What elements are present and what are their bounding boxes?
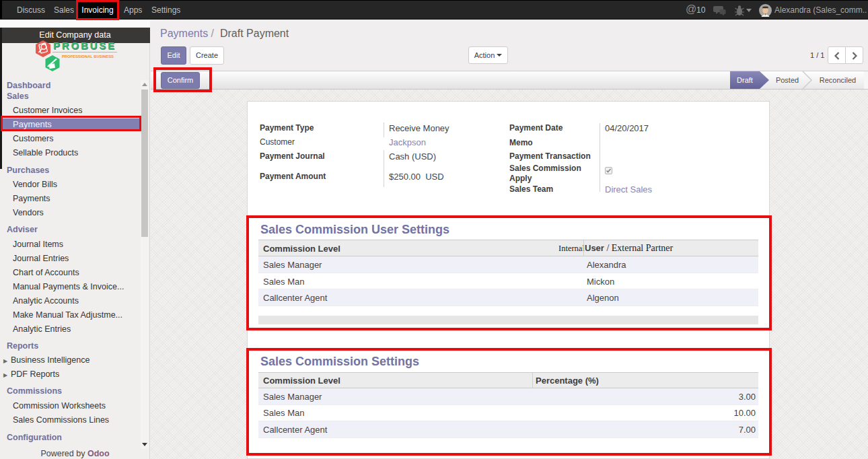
svg-text:PROBUSE: PROBUSE: [53, 40, 116, 51]
svg-text:Draft: Draft: [737, 76, 753, 84]
svg-text:Reconciled: Reconciled: [820, 76, 856, 84]
svg-text:PROFESSIONAL BUSINESS: PROFESSIONAL BUSINESS: [62, 55, 114, 59]
svg-text:Posted: Posted: [776, 76, 799, 84]
